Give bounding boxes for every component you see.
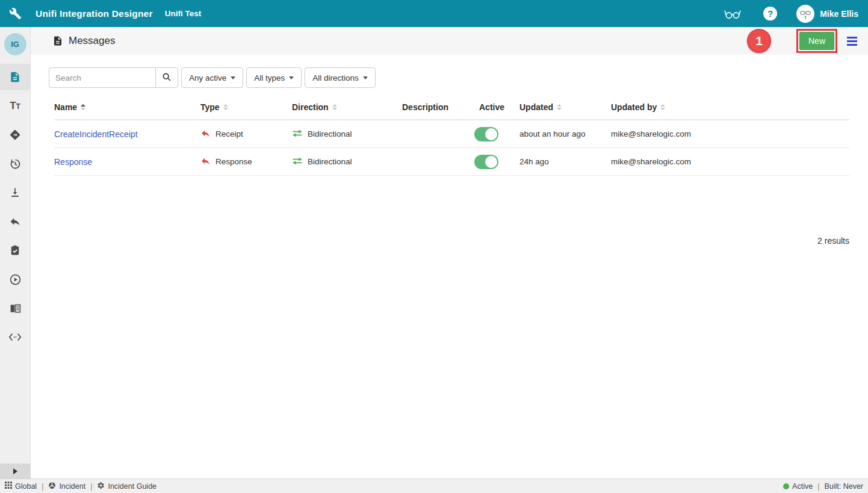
task-clipboard-icon: [9, 244, 21, 256]
type-cell: Receipt: [200, 128, 292, 140]
table-header-row: Name Type Direction Description: [54, 95, 849, 120]
chevron-right-icon: [13, 468, 17, 474]
sidebar: IG TT: [0, 27, 31, 479]
user-name: Mike Ellis: [820, 9, 858, 19]
receipt-reply-icon: [200, 128, 211, 140]
user-menu[interactable]: Mike Ellis: [796, 5, 858, 23]
sort-icon: [557, 104, 562, 110]
document-icon: [9, 71, 21, 83]
column-header-updated-by[interactable]: Updated by: [611, 102, 849, 112]
column-header-direction[interactable]: Direction: [292, 102, 402, 112]
results-count: 2 results: [31, 176, 868, 246]
chevron-down-icon: [289, 76, 294, 79]
table-row: CreateIncidentReceipt Receipt: [54, 120, 849, 148]
type-filter-dropdown[interactable]: All types: [246, 67, 302, 88]
sort-asc-icon: [81, 104, 85, 110]
footer-separator: |: [817, 482, 819, 491]
glasses-icon[interactable]: [724, 8, 742, 20]
footer-integration[interactable]: Incident: [48, 482, 85, 491]
column-header-active: Active: [470, 102, 519, 112]
sort-icon: [223, 104, 228, 110]
document-icon: [52, 36, 63, 46]
sidebar-item-fields[interactable]: TT: [0, 93, 31, 119]
search-icon: [162, 72, 172, 84]
filter-bar: Any active All types All directions: [31, 55, 868, 88]
sort-icon: [660, 104, 665, 110]
app-window: Unifi Integration Designer Unifi Test ?: [0, 0, 868, 493]
footer-separator: |: [42, 482, 43, 491]
menu-icon[interactable]: [845, 34, 860, 48]
annotation-step-badge: 1: [747, 29, 771, 53]
status-bar: Global | Incident | Incident Guide Activ…: [0, 479, 868, 493]
sidebar-item-history[interactable]: [0, 150, 31, 177]
sidebar-item-messages[interactable]: [0, 64, 31, 90]
sidebar-item-download[interactable]: [0, 179, 31, 206]
sidebar-item-code[interactable]: [0, 324, 31, 350]
column-header-name[interactable]: Name: [54, 102, 200, 112]
download-icon: [9, 187, 21, 199]
search-button[interactable]: [155, 67, 178, 88]
sidebar-item-reply[interactable]: [0, 208, 31, 235]
reply-arrow-icon: [9, 215, 21, 228]
bidirectional-arrows-icon: [292, 129, 303, 140]
active-toggle[interactable]: [474, 127, 498, 141]
page-header: Messages 1 New: [31, 27, 868, 55]
grid-icon: [5, 482, 12, 491]
app-title: Unifi Integration Designer: [36, 8, 153, 19]
updated-cell: 24h ago: [519, 157, 611, 166]
table-row: Response Response: [54, 148, 849, 176]
annotation-highlight-box: New: [796, 29, 837, 53]
wrench-icon[interactable]: [0, 7, 31, 20]
updated-by-cell: mike@sharelogic.com: [611, 157, 849, 166]
play-circle-icon: [9, 273, 22, 286]
status-dot-icon: [783, 483, 789, 489]
column-header-description: Description: [402, 102, 470, 112]
build-status: Active: [783, 482, 813, 491]
updated-cell: about an hour ago: [519, 129, 611, 138]
active-filter-dropdown[interactable]: Any active: [181, 67, 243, 88]
book-icon: [9, 302, 22, 315]
messages-table: Name Type Direction Description: [31, 88, 868, 176]
sort-icon: [332, 104, 337, 110]
sidebar-collapse-button[interactable]: [0, 464, 31, 479]
gear-icon: [97, 482, 105, 491]
new-button[interactable]: New: [799, 32, 834, 50]
built-info: Built: Never: [824, 482, 863, 491]
sidebar-item-tasks[interactable]: [0, 237, 31, 264]
user-avatar: [796, 5, 814, 23]
column-header-type[interactable]: Type: [200, 102, 292, 112]
workspace-name[interactable]: Unifi Test: [165, 9, 202, 18]
message-name-link[interactable]: CreateIncidentReceipt: [54, 129, 138, 139]
type-cell: Response: [200, 156, 292, 168]
footer-separator: |: [90, 482, 92, 491]
footer-scope[interactable]: Global: [5, 482, 37, 491]
history-clock-icon: [9, 158, 22, 170]
direction-cell: Bidirectional: [292, 157, 402, 167]
direction-filter-dropdown[interactable]: All directions: [305, 67, 376, 88]
footer-guide[interactable]: Incident Guide: [97, 482, 157, 491]
chevron-down-icon: [231, 76, 235, 79]
sidebar-avatar[interactable]: IG: [4, 33, 26, 55]
directions-diamond-icon: [8, 128, 22, 141]
response-reply-icon: [200, 156, 211, 168]
main-content: Messages 1 New: [31, 27, 868, 479]
code-icon: [8, 332, 22, 343]
search-input[interactable]: [49, 67, 155, 88]
help-icon[interactable]: ?: [763, 7, 777, 20]
direction-cell: Bidirectional: [292, 129, 402, 140]
chevron-down-icon: [363, 76, 368, 79]
top-bar: Unifi Integration Designer Unifi Test ?: [0, 0, 868, 27]
sidebar-item-directions[interactable]: [0, 122, 31, 148]
sidebar-item-documentation[interactable]: [0, 295, 31, 321]
integration-wheel-icon: [48, 482, 56, 491]
bidirectional-arrows-icon: [292, 157, 303, 167]
column-header-updated[interactable]: Updated: [519, 102, 611, 112]
text-fields-icon: TT: [10, 100, 20, 112]
page-title: Messages: [69, 35, 115, 47]
updated-by-cell: mike@sharelogic.com: [611, 129, 849, 138]
message-name-link[interactable]: Response: [54, 157, 92, 167]
sidebar-item-run[interactable]: [0, 266, 31, 293]
active-toggle[interactable]: [474, 155, 498, 169]
